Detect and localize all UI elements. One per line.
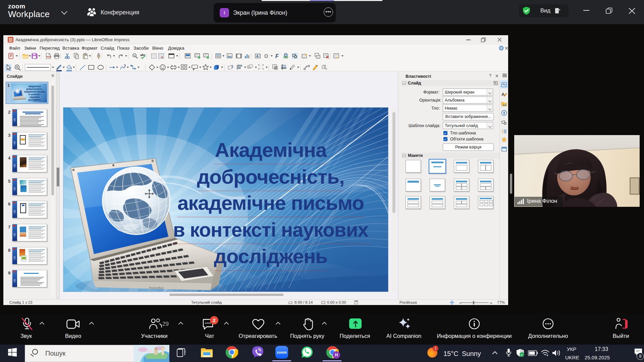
svg-text:F: F <box>275 53 279 59</box>
svg-text:PackardBell: PackardBell <box>149 286 163 290</box>
svg-text:A: A <box>256 54 259 58</box>
svg-text:%: % <box>325 67 327 70</box>
svg-text:PDF: PDF <box>47 56 51 58</box>
svg-text:Ω: Ω <box>264 53 268 59</box>
svg-text:a: a <box>134 54 136 57</box>
